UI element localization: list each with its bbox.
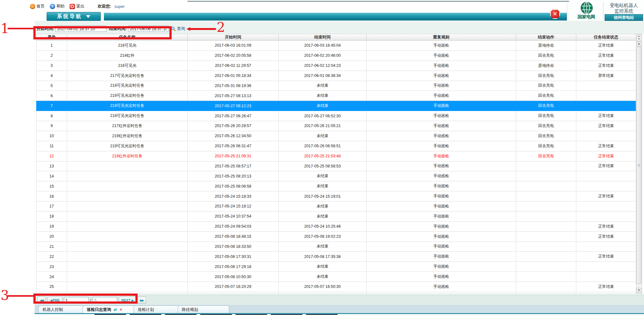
table-row[interactable]: 5218可见光定时任务2017-05-31 08:19:36未结束手动巡检回去充… [37,81,636,91]
column-header-5[interactable]: 结束动作 [516,34,576,41]
cell-status: 正常结束 [576,221,636,231]
tab-refresh-icon[interactable]: ⇄ [114,307,117,312]
cell-rule: 手动巡检 [367,121,516,131]
annotation-line-3 [8,295,34,297]
cell-start: 2017-05-08 18:48:15 [188,231,279,242]
table-row[interactable]: 1216可见光2017-06-03 16:01:092017-06-03 16:… [37,41,636,51]
table-row[interactable]: 12219红外定时任务2017-05-25 21:09:312017-05-25… [37,151,636,161]
table-row[interactable]: 10219红外定时任务2017-05-26 12:34:50未结束手动巡检回去充… [37,131,636,141]
scrollbar-thumb[interactable] [636,47,641,284]
cell-end: 2017-06-02 12:04:23 [279,61,367,71]
table-row[interactable]: 232017-05-08 17:29:18未结束手动巡检 [37,262,636,272]
table-row[interactable]: 3216可见光2017-06-02 11:29:572017-06-02 12:… [37,61,636,71]
table-row[interactable]: 7219可见光定时任务2017-05-27 08:12:23未结束手动巡检回去充… [37,101,636,111]
cell-status: 正常结束 [576,61,636,71]
cell-name: 214红外 [67,50,188,61]
cell-no: 18 [37,211,67,221]
cell-action: 回去充电 [516,81,576,91]
cell-status [576,181,636,191]
table-row[interactable]: 9217红外定时任务2017-05-26 20:28:572017-05-26 … [37,121,636,131]
cell-no: 7 [37,101,67,111]
cell-end: 未结束 [279,171,367,181]
cell-status [576,242,636,252]
table-row[interactable]: 152017-05-25 08:06:58未结束手动巡检 [37,181,636,191]
table-row[interactable]: 182017-05-24 10:37:54未结束手动巡检 [37,211,636,221]
table-row[interactable]: 222017-05-08 17:30:312017-05-08 17:35:38… [37,252,636,262]
cell-action: 原地待命 [516,41,576,51]
query-label: 查询 [177,26,185,32]
cell-status: 正常结束 [576,141,636,151]
table-row[interactable]: 8218可见光定时任务2017-05-27 06:26:472017-05-27… [37,111,636,121]
cell-status [576,262,636,272]
table-row[interactable]: 142017-05-25 08:20:13未结束手动巡检 [37,171,636,181]
column-header-2[interactable]: 开始时间 [188,34,279,41]
table-row[interactable]: 6219可见光定时任务2017-05-27 08:13:13未结束手动巡检回去充… [37,91,636,101]
scroll-down-icon[interactable]: ▼ [636,288,641,293]
last-page-button[interactable]: ▶▶ [137,297,146,304]
brand-divider [603,2,603,20]
cell-action: 回去充电 [516,71,576,81]
cell-status: 正常结束 [576,231,636,242]
cell-start: 2017-05-25 21:09:31 [188,151,279,161]
close-icon[interactable]: ✕ [550,9,560,19]
table-row[interactable]: 172017-05-24 15:18:12未结束手动巡检 [37,201,636,212]
cell-name [67,161,188,171]
help-menu-item[interactable]: ? 帮助 [50,3,65,9]
table-row[interactable]: 162017-05-24 15:18:332017-05-24 15:19:01… [37,191,636,201]
cell-rule: 手动巡检 [367,71,516,81]
cell-start: 2017-06-03 16:01:09 [188,41,279,51]
cell-rule: 手动巡检 [367,181,516,191]
cell-name: 216可见光 [67,41,188,51]
scroll-up-icon[interactable]: ▲ [636,41,641,46]
table-row[interactable]: 242017-05-08 10:50:30未结束手动巡检 [37,272,636,282]
cell-rule: 手动巡检 [367,221,516,231]
column-header-4[interactable]: 重复规则 [367,34,516,41]
table-row[interactable]: 2214红外2017-06-02 20:05:582017-06-02 20:4… [37,50,636,61]
table-row[interactable]: 192017-05-24 09:54:032017-05-24 10:25:46… [37,221,636,231]
table-row[interactable]: 202017-05-08 18:48:152017-05-08 19:02:23… [37,231,636,242]
table-row[interactable]: 212017-05-08 18:33:50未结束手动巡检 [37,242,636,252]
table-row[interactable]: 11219可见光定时任务2017-05-26 06:31:472017-05-2… [37,141,636,151]
cell-name [67,191,188,201]
cell-status: 正常结束 [576,111,636,121]
cell-no: 4 [37,71,67,81]
cell-rule: 手动巡检 [367,171,516,181]
cell-name [67,211,188,221]
cell-start: 2017-05-25 08:20:13 [188,171,279,181]
cell-rule: 手动巡检 [367,282,516,292]
cell-start: 2017-05-24 09:54:03 [188,221,279,231]
table-row[interactable]: 252017-05-07 16:20:292017-05-07 16:50:30… [37,282,636,292]
table-row[interactable]: 4217可见光定时任务2017-06-01 05:18:342017-06-01… [37,71,636,81]
tab-巡检日志查询[interactable]: 巡检日志查询⇄✕ [83,306,141,313]
scroll-spinner-icon[interactable]: ▲▼ [636,34,641,41]
tab-close-icon[interactable]: ✕ [119,307,123,312]
logout-menu-item[interactable]: 退出 [70,3,84,9]
column-header-3[interactable]: 结束时间 [279,34,367,41]
cell-no: 8 [37,111,67,121]
column-header-6[interactable]: 任务结束状态 [576,34,636,41]
query-button[interactable]: 查询 [171,26,185,32]
cell-rule: 手动巡检 [367,81,516,91]
table-row[interactable]: 132017-05-25 08:57:172017-05-25 08:58:53… [37,161,636,171]
tab-路径规划[interactable]: 路径规划 [178,306,229,313]
home-menu-item[interactable]: ⌂ 首页 [30,3,45,9]
cell-end: 未结束 [279,91,367,101]
cell-status [576,91,636,101]
system-nav-menu[interactable]: 系统导航 [47,12,101,21]
cell-status [576,171,636,181]
cell-no: 23 [37,262,67,272]
cell-rule: 手动巡检 [367,242,516,252]
cell-name [67,181,188,191]
cell-name: 218可见光定时任务 [67,111,188,121]
cell-end: 2017-05-08 19:02:23 [279,231,367,242]
cell-start: 2017-05-26 20:28:57 [188,121,279,131]
station-button[interactable]: 信州变电站 [605,14,643,21]
cell-rule: 手动巡检 [367,131,516,141]
cell-end: 2017-05-27 06:52:30 [279,111,367,121]
cell-action [516,201,576,212]
cell-end: 2017-06-02 20:46:00 [279,50,367,61]
cell-status: 正常结束 [576,41,636,51]
cell-no: 2 [37,50,67,61]
annotation-arrow-2 [190,28,216,30]
cell-end: 未结束 [279,272,367,282]
